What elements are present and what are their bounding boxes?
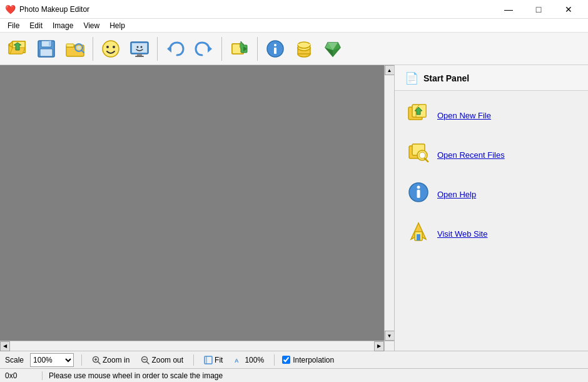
main-area: ▲ ▼ ◀ ▶ 📄 Start Panel <box>0 65 588 351</box>
save-button[interactable] <box>33 35 60 63</box>
svg-point-33 <box>274 44 276 46</box>
toolbar-separator-3 <box>221 37 222 61</box>
scroll-right-arrow[interactable]: ▶ <box>374 341 384 351</box>
title-text: Photo Makeup Editor <box>19 5 89 14</box>
scale-bar: Scale 100% 25% 50% 75% 150% 200% Zoom in… <box>0 351 588 368</box>
open-new-file-label: Open New File <box>437 111 491 120</box>
svg-line-62 <box>98 361 100 364</box>
svg-rect-39 <box>298 44 310 45</box>
svg-rect-34 <box>274 48 276 54</box>
interpolation-checkbox-wrap[interactable]: Interpolation <box>282 356 334 364</box>
title-controls: — □ ✕ <box>494 0 583 19</box>
svg-rect-8 <box>40 49 53 56</box>
interpolation-label: Interpolation <box>293 356 334 364</box>
interpolation-checkbox[interactable] <box>282 356 290 364</box>
open-help-label: Open Help <box>437 190 476 199</box>
start-panel-icon: 📄 <box>405 71 418 85</box>
open-file-button[interactable] <box>4 35 31 63</box>
svg-point-16 <box>106 46 109 48</box>
export-button[interactable] <box>226 35 253 63</box>
menu-image[interactable]: Image <box>48 19 78 33</box>
gem-button[interactable] <box>319 35 347 63</box>
svg-rect-20 <box>137 54 142 56</box>
menu-bar: File Edit Image View Help <box>0 19 588 33</box>
right-panel: 📄 Start Panel Open New File <box>394 65 588 351</box>
open-help-item[interactable]: Open Help <box>400 176 583 213</box>
toolbar-separator-2 <box>157 37 158 61</box>
start-panel-header: 📄 Start Panel <box>395 65 588 91</box>
start-panel-title: Start Panel <box>423 73 469 83</box>
menu-view[interactable]: View <box>78 19 104 33</box>
svg-rect-21 <box>135 56 144 57</box>
svg-text:A: A <box>235 358 239 364</box>
visit-web-site-icon <box>407 220 430 247</box>
scroll-track-v[interactable] <box>385 75 394 331</box>
zoom-out-button[interactable]: Zoom out <box>138 354 186 366</box>
maximize-button[interactable]: □ <box>524 0 553 19</box>
canvas-area[interactable] <box>0 65 384 341</box>
status-bar: 0x0 Please use mouse wheel in order to s… <box>0 368 588 382</box>
svg-point-17 <box>113 46 115 48</box>
toolbar-separator-1 <box>93 37 93 61</box>
fit-icon <box>204 356 213 364</box>
svg-point-13 <box>77 45 81 49</box>
svg-point-23 <box>141 46 143 48</box>
status-message: Please use mouse wheel in order to scale… <box>43 371 223 380</box>
svg-rect-60 <box>417 234 420 240</box>
scale-select[interactable]: 100% 25% 50% 75% 150% 200% <box>30 353 74 367</box>
coins-button[interactable] <box>290 35 318 63</box>
open-new-file-icon <box>407 102 430 129</box>
scroll-down-arrow[interactable]: ▼ <box>385 331 395 341</box>
visit-web-site-item[interactable]: Visit Web Site <box>400 215 583 252</box>
zoom-in-button[interactable]: Zoom in <box>89 354 132 366</box>
app-icon: ❤️ <box>5 4 16 14</box>
svg-line-66 <box>147 361 150 364</box>
minimize-button[interactable]: — <box>494 0 523 19</box>
svg-marker-25 <box>208 45 212 53</box>
menu-edit[interactable]: Edit <box>24 19 48 33</box>
horizontal-scrollbar[interactable]: ◀ ▶ <box>0 341 384 351</box>
zoom-in-label: Zoom in <box>103 356 129 364</box>
beautify-button[interactable] <box>97 35 124 63</box>
svg-point-22 <box>137 46 139 48</box>
zoom-percent-icon: A <box>234 356 243 364</box>
svg-rect-7 <box>49 41 51 46</box>
open-folder-button[interactable] <box>61 35 89 63</box>
zoom-percent-button[interactable]: A 100% <box>231 354 266 366</box>
title-bar: ❤️ Photo Makeup Editor — □ ✕ <box>0 0 588 19</box>
menu-file[interactable]: File <box>3 19 24 33</box>
scroll-up-arrow[interactable]: ▲ <box>385 65 395 75</box>
start-panel-items: Open New File Open Recent Files <box>395 91 588 259</box>
coordinates: 0x0 <box>5 371 43 380</box>
svg-point-15 <box>103 41 119 57</box>
open-recent-files-label: Open Recent Files <box>437 150 505 160</box>
fit-button[interactable]: Fit <box>201 354 225 366</box>
svg-point-53 <box>419 152 425 158</box>
scroll-track-h[interactable] <box>10 341 374 351</box>
svg-marker-24 <box>167 45 171 53</box>
scale-label: Scale <box>5 356 24 364</box>
toolbar-separator-4 <box>257 37 258 61</box>
vertical-scrollbar[interactable]: ▲ ▼ <box>384 65 394 341</box>
screen-button[interactable] <box>126 35 153 63</box>
svg-point-56 <box>417 186 420 189</box>
redo-button[interactable] <box>190 35 218 63</box>
scroll-left-arrow[interactable]: ◀ <box>0 341 10 351</box>
scale-sep-3 <box>274 354 275 366</box>
open-new-file-item[interactable]: Open New File <box>400 97 583 134</box>
close-button[interactable]: ✕ <box>554 0 583 19</box>
open-recent-files-item[interactable]: Open Recent Files <box>400 137 583 173</box>
scroll-corner <box>384 341 394 351</box>
svg-rect-57 <box>417 190 420 198</box>
visit-web-site-label: Visit Web Site <box>437 229 487 239</box>
scale-sep-2 <box>193 354 194 366</box>
info-button[interactable] <box>261 35 289 63</box>
svg-line-54 <box>425 158 428 162</box>
menu-help[interactable]: Help <box>104 19 130 33</box>
title-left: ❤️ Photo Makeup Editor <box>5 4 89 14</box>
fit-label: Fit <box>215 356 223 364</box>
svg-rect-11 <box>66 44 74 47</box>
undo-button[interactable] <box>161 35 189 63</box>
zoom-out-label: Zoom out <box>151 356 183 364</box>
toolbar <box>0 33 588 65</box>
